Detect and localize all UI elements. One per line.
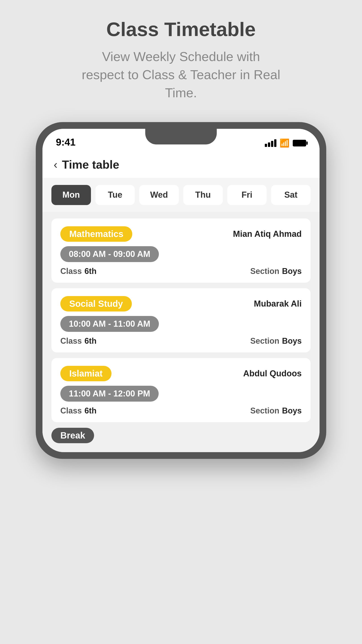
section-value-2: Boys xyxy=(282,336,302,346)
schedule-card-social-study: Social Study Mubarak Ali 10:00 AM - 11:0… xyxy=(51,288,311,352)
section-label-3: Section xyxy=(250,406,279,416)
status-time: 9:41 xyxy=(56,137,75,148)
class-value: 6th xyxy=(84,266,96,276)
card-top-row-3: Islamiat Abdul Qudoos xyxy=(60,366,302,381)
section-info-mathematics: Section Boys xyxy=(250,266,302,276)
section-value-3: Boys xyxy=(282,406,302,416)
subject-badge-mathematics: Mathematics xyxy=(60,226,132,242)
subject-badge-social-study: Social Study xyxy=(60,296,132,312)
break-badge: Break xyxy=(51,428,94,443)
phone-screen: 9:41 📶 ‹ Time table Mon Tue Wed Thu xyxy=(42,129,320,452)
phone-notch xyxy=(145,129,217,144)
schedule-card-mathematics: Mathematics Mian Atiq Ahmad 08:00 AM - 0… xyxy=(51,218,311,283)
phone-frame: 9:41 📶 ‹ Time table Mon Tue Wed Thu xyxy=(36,122,326,459)
subject-badge-islamiat: Islamiat xyxy=(60,366,111,381)
time-badge-social-study: 10:00 AM - 11:00 AM xyxy=(60,316,159,332)
teacher-name-mathematics: Mian Atiq Ahmad xyxy=(233,229,302,239)
day-selector: Mon Tue Wed Thu Fri Sat xyxy=(42,178,320,212)
page-subtitle: View Weekly Schedule with respect to Cla… xyxy=(80,48,282,102)
app-header: ‹ Time table xyxy=(42,151,320,178)
class-label: Class xyxy=(60,266,82,276)
day-button-fri[interactable]: Fri xyxy=(227,185,267,205)
class-info-mathematics: Class 6th xyxy=(60,266,96,276)
teacher-name-islamiat: Abdul Qudoos xyxy=(243,369,302,378)
page-title: Class Timetable xyxy=(106,18,256,41)
section-label-2: Section xyxy=(250,336,279,346)
card-bottom-row-2: Class 6th Section Boys xyxy=(60,336,302,346)
section-label: Section xyxy=(250,266,279,276)
class-value-3: 6th xyxy=(84,406,96,416)
day-button-sat[interactable]: Sat xyxy=(271,185,311,205)
schedule-card-islamiat: Islamiat Abdul Qudoos 11:00 AM - 12:00 P… xyxy=(51,358,311,422)
time-badge-mathematics: 08:00 AM - 09:00 AM xyxy=(60,246,159,262)
class-label-2: Class xyxy=(60,336,82,346)
schedule-list: Mathematics Mian Atiq Ahmad 08:00 AM - 0… xyxy=(42,212,320,452)
back-button[interactable]: ‹ xyxy=(54,158,57,171)
teacher-name-social-study: Mubarak Ali xyxy=(254,299,302,308)
section-info-islamiat: Section Boys xyxy=(250,406,302,416)
day-button-thu[interactable]: Thu xyxy=(183,185,223,205)
day-button-tue[interactable]: Tue xyxy=(95,185,135,205)
section-info-social-study: Section Boys xyxy=(250,336,302,346)
signal-icon xyxy=(265,139,276,147)
class-info-islamiat: Class 6th xyxy=(60,406,96,416)
time-badge-islamiat: 11:00 AM - 12:00 PM xyxy=(60,386,159,402)
card-bottom-row: Class 6th Section Boys xyxy=(60,266,302,276)
status-icons: 📶 xyxy=(265,138,306,148)
card-top-row-2: Social Study Mubarak Ali xyxy=(60,296,302,312)
class-label-3: Class xyxy=(60,406,82,416)
app-header-title: Time table xyxy=(62,158,119,171)
battery-icon xyxy=(293,140,306,146)
card-top-row: Mathematics Mian Atiq Ahmad xyxy=(60,226,302,242)
section-value: Boys xyxy=(282,266,302,276)
day-button-mon[interactable]: Mon xyxy=(51,185,91,205)
card-bottom-row-3: Class 6th Section Boys xyxy=(60,406,302,416)
class-info-social-study: Class 6th xyxy=(60,336,96,346)
class-value-2: 6th xyxy=(84,336,96,346)
day-button-wed[interactable]: Wed xyxy=(139,185,179,205)
wifi-icon: 📶 xyxy=(280,138,290,148)
